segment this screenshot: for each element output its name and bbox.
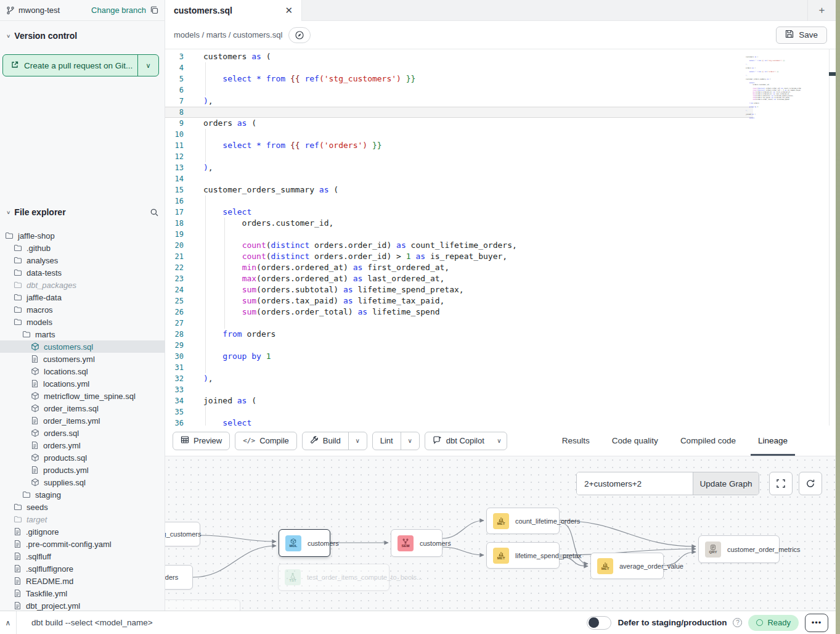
copy-branch-icon[interactable]	[150, 6, 159, 15]
folder-icon	[14, 515, 22, 524]
file-tree-item-order-items-sql[interactable]: order_items.sql	[0, 402, 165, 414]
tab-customers-sql[interactable]: customers.sql ✕	[165, 0, 302, 21]
update-graph-button[interactable]: Update Graph	[693, 472, 759, 495]
doc-icon	[14, 564, 22, 573]
editor-scrollbar[interactable]	[829, 49, 836, 426]
code-line-18: 18 orders.customer_id,	[165, 218, 829, 229]
tab-compiled-code[interactable]: Compiled code	[669, 426, 747, 456]
file-tree-item-models[interactable]: models	[0, 316, 165, 328]
tab-lineage[interactable]: Lineage	[747, 426, 799, 456]
help-icon[interactable]: ?	[733, 618, 742, 627]
file-tree-item--pre-commit-config-yaml[interactable]: .pre-commit-config.yaml	[0, 538, 165, 550]
lineage-selector-input[interactable]	[577, 472, 693, 495]
file-tree-item-analyses[interactable]: analyses	[0, 254, 165, 266]
file-tree-item-locations-sql[interactable]: locations.sql	[0, 365, 165, 377]
tab-results[interactable]: Results	[551, 426, 601, 456]
lineage-node-customers_sem[interactable]: SEMcustomers	[391, 529, 442, 557]
search-icon[interactable]	[150, 208, 159, 217]
action-toolbar: Preview </> Compile Build ∨ Lint	[165, 426, 836, 456]
file-tree-item-orders-sql[interactable]: orders.sql	[0, 427, 165, 439]
pr-button-dropdown[interactable]: ∨	[137, 55, 158, 76]
file-tree-item--sqlfluffignore[interactable]: .sqlfluffignore	[0, 562, 165, 575]
file-tree-item-supplies-sql[interactable]: supplies.sql	[0, 476, 165, 488]
ready-label: Ready	[767, 618, 791, 627]
lineage-node-stg_customers[interactable]: stg_customers	[165, 522, 200, 546]
file-tree-item-products-sql[interactable]: products.sql	[0, 451, 165, 464]
file-tree-item-products-yml[interactable]: products.yml	[0, 464, 165, 476]
new-tab-button[interactable]: +	[807, 0, 836, 21]
build-button[interactable]: Build	[303, 432, 348, 450]
file-tree-item-staging[interactable]: staging	[0, 488, 165, 501]
lineage-node-lifetime_spend_pretax[interactable]: METlifetime_spend_pretax	[486, 542, 560, 569]
code-editor[interactable]: 23customers as (45 select * from {{ ref(…	[165, 49, 829, 426]
fullscreen-button[interactable]	[769, 472, 793, 495]
close-tab-icon[interactable]: ✕	[285, 5, 293, 16]
code-line-31: 31	[165, 362, 829, 373]
file-tree-item-order-items-yml[interactable]: order_items.yml	[0, 414, 165, 427]
code-line-25: 25 sum(orders.tax_paid) as lifetime_tax_…	[165, 295, 829, 307]
defer-toggle[interactable]	[587, 616, 611, 630]
lineage-node-customers_mdl[interactable]: MDLcustomers	[279, 529, 330, 557]
file-tree-item-taskfile-yml[interactable]: Taskfile.yml	[0, 587, 165, 599]
file-tree-item--sqlfluff[interactable]: .sqlfluff	[0, 550, 165, 562]
build-dropdown[interactable]: ∨	[348, 432, 367, 450]
file-tree-item--gitignore[interactable]: .gitignore	[0, 525, 165, 538]
file-explorer-title: File explorer	[14, 207, 65, 217]
more-options-button[interactable]: •••	[805, 614, 828, 632]
refresh-button[interactable]	[799, 472, 822, 495]
lineage-node-test_orders[interactable]: TSTtest_order_items_compute_to_bools...	[278, 564, 389, 591]
file-tree-item-seeds[interactable]: seeds	[0, 501, 165, 513]
node-label: customer_order_metrics	[727, 546, 801, 553]
file-tree-item-customers-sql[interactable]: customers.sql	[0, 340, 165, 353]
desktop-background-strip	[836, 0, 840, 634]
code-line-14: 14	[165, 173, 829, 184]
file-tree-item-readme-md[interactable]: README.md	[0, 575, 165, 587]
lint-button[interactable]: Lint	[373, 432, 401, 450]
copilot-compass-button[interactable]	[288, 27, 311, 43]
file-label: models	[27, 318, 52, 327]
preview-button[interactable]: Preview	[173, 432, 230, 450]
dbt-copilot-button[interactable]: dbt Copilot ∨	[425, 432, 507, 450]
code-line-34: 34joined as (	[165, 395, 829, 406]
change-branch-link[interactable]: Change branch	[91, 6, 146, 15]
file-tree-item-locations-yml[interactable]: locations.yml	[0, 377, 165, 390]
model-icon	[31, 478, 39, 487]
lineage-node-average_order_value[interactable]: METaverage_order_value	[590, 553, 664, 579]
file-tree-item-target[interactable]: target	[0, 513, 165, 525]
dbt-command-input[interactable]: dbt build --select <model_name>	[31, 618, 153, 627]
file-tree-item-data-tests[interactable]: data-tests	[0, 266, 165, 279]
create-pull-request-button[interactable]: Create a pull request on Git... ∨	[2, 54, 159, 76]
node-label: average_order_value	[619, 562, 683, 570]
file-tree-item-jaffle-shop[interactable]: jaffle-shop	[0, 229, 165, 242]
folder-icon	[14, 318, 22, 326]
collapse-panel-caret[interactable]: ∧	[0, 619, 16, 627]
lineage-panel[interactable]: Update Graph stg_customersordersMDLcus	[165, 456, 836, 611]
node-label: test_order_items_compute_to_bools...	[307, 574, 422, 581]
file-tree-item-macros[interactable]: macros	[0, 303, 165, 316]
file-tree-item-customers-yml[interactable]: customers.yml	[0, 353, 165, 365]
copilot-icon	[433, 435, 442, 447]
file-tree-item-marts[interactable]: marts	[0, 328, 165, 340]
file-tree-item-metricflow-time-spine-sql[interactable]: metricflow_time_spine.sql	[0, 390, 165, 402]
file-tree-item-dbt-project-yml[interactable]: dbt_project.yml	[0, 599, 165, 611]
lineage-node-orders_src[interactable]: orders	[165, 565, 193, 590]
lint-dropdown[interactable]: ∨	[401, 432, 419, 450]
tab-code-quality[interactable]: Code quality	[601, 426, 669, 456]
save-button[interactable]: Save	[776, 27, 827, 44]
file-label: customers.sql	[44, 342, 93, 352]
file-tree-item--github[interactable]: .github	[0, 242, 165, 254]
version-control-header[interactable]: ∨ Version control	[0, 29, 165, 43]
minimap[interactable]: customers as ( select * from {{ ref('stg…	[744, 54, 801, 131]
lineage-node-count_lifetime_orders[interactable]: METcount_lifetime_orders	[486, 508, 560, 534]
doc-icon	[14, 527, 22, 536]
compile-button[interactable]: </> Compile	[235, 432, 297, 450]
file-tree-item-orders-yml[interactable]: orders.yml	[0, 439, 165, 451]
file-tree-item-dbt-packages[interactable]: dbt_packages	[0, 279, 165, 291]
file-explorer-header[interactable]: ∨ File explorer	[0, 205, 165, 219]
lineage-node-customer_order_metrics[interactable]: QRYcustomer_order_metrics	[698, 535, 780, 563]
file-tree-item-jaffle-data[interactable]: jaffle-data	[0, 291, 165, 303]
branch-name: mwong-test	[18, 6, 60, 15]
file-label: products.sql	[44, 453, 87, 463]
lineage-node-ghost[interactable]	[165, 599, 240, 611]
copilot-dropdown[interactable]: ∨	[492, 432, 507, 450]
